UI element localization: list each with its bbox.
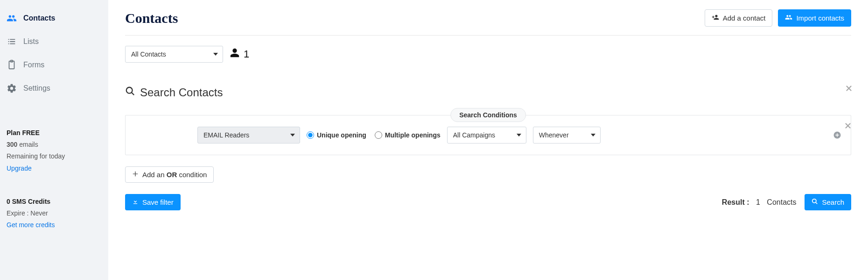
- campaigns-select[interactable]: All Campaigns: [447, 127, 526, 144]
- search-conditions-badge: Search Conditions: [450, 108, 526, 122]
- radio-multiple-openings[interactable]: Multiple openings: [375, 131, 441, 139]
- sms-expire: Expire : Never: [7, 208, 102, 219]
- result-text: Result : 1 Contacts: [722, 198, 797, 207]
- sidebar-item-contacts[interactable]: Contacts: [0, 7, 108, 30]
- all-contacts-select[interactable]: All Contacts: [125, 46, 223, 63]
- plan-emails-word: emails: [19, 141, 38, 148]
- add-condition-button[interactable]: [833, 131, 841, 139]
- page-title: Contacts: [125, 10, 178, 26]
- clipboard-icon: [7, 60, 17, 70]
- search-button-label: Search: [822, 198, 844, 206]
- time-select[interactable]: Whenever: [533, 127, 601, 144]
- close-search-button[interactable]: [845, 84, 853, 94]
- add-or-condition-button[interactable]: Add an OR condition: [125, 166, 214, 183]
- sidebar-item-label: Lists: [23, 37, 39, 46]
- users-icon: [785, 14, 792, 22]
- radio-multiple-input[interactable]: [375, 131, 382, 139]
- plan-remaining: Remaining for today: [7, 151, 102, 162]
- plan-info: Plan FREE 300 emails Remaining for today…: [0, 121, 108, 181]
- add-contact-button[interactable]: Add a contact: [705, 9, 773, 27]
- gear-icon: [7, 83, 17, 93]
- contact-count-value: 1: [244, 48, 249, 60]
- svg-line-4: [816, 202, 818, 204]
- search-button[interactable]: Search: [805, 194, 851, 210]
- svg-point-0: [126, 87, 133, 93]
- sidebar: Contacts Lists Forms Settings Plan FREE …: [0, 0, 108, 280]
- radio-multiple-label: Multiple openings: [385, 131, 441, 139]
- main-content: Contacts Add a contact Import contacts: [108, 0, 868, 280]
- save-filter-label: Save filter: [142, 198, 174, 206]
- radio-unique-label: Unique opening: [317, 131, 366, 139]
- result-label: Result :: [722, 198, 749, 206]
- result-unit: Contacts: [767, 198, 796, 206]
- sidebar-item-lists[interactable]: Lists: [0, 30, 108, 53]
- remove-condition-button[interactable]: [844, 122, 852, 131]
- plan-title: Plan FREE: [7, 127, 102, 139]
- search-icon: [125, 86, 135, 99]
- radio-unique-input[interactable]: [307, 131, 314, 139]
- search-icon: [812, 198, 818, 206]
- import-contacts-label: Import contacts: [796, 14, 844, 22]
- attribute-select[interactable]: EMAIL Readers: [197, 127, 300, 144]
- save-filter-button[interactable]: Save filter: [125, 194, 181, 210]
- add-contact-label: Add a contact: [723, 14, 766, 22]
- search-contacts-heading: Search Contacts: [125, 86, 851, 99]
- plan-emails-count: 300: [7, 141, 17, 148]
- sidebar-item-label: Contacts: [23, 14, 55, 22]
- download-icon: [132, 198, 139, 206]
- add-or-condition-label: Add an OR condition: [142, 171, 207, 179]
- radio-unique-opening[interactable]: Unique opening: [307, 131, 366, 139]
- sidebar-item-label: Settings: [23, 84, 50, 93]
- contact-count: 1: [230, 48, 249, 61]
- result-count: 1: [756, 198, 760, 206]
- svg-point-3: [812, 199, 816, 203]
- upgrade-link[interactable]: Upgrade: [7, 165, 32, 172]
- users-icon: [7, 13, 17, 23]
- user-icon: [230, 48, 240, 61]
- svg-line-1: [132, 93, 134, 95]
- user-plus-icon: [712, 14, 719, 22]
- search-title-text: Search Contacts: [140, 86, 223, 99]
- get-credits-link[interactable]: Get more credits: [7, 221, 55, 229]
- sidebar-item-label: Forms: [23, 61, 44, 69]
- sidebar-item-forms[interactable]: Forms: [0, 53, 108, 77]
- sms-title: 0 SMS Credits: [7, 196, 102, 208]
- sms-info: 0 SMS Credits Expire : Never Get more cr…: [0, 189, 108, 238]
- list-icon: [7, 36, 17, 47]
- import-contacts-button[interactable]: Import contacts: [778, 9, 851, 27]
- sidebar-item-settings[interactable]: Settings: [0, 77, 108, 100]
- plus-icon: [132, 171, 139, 179]
